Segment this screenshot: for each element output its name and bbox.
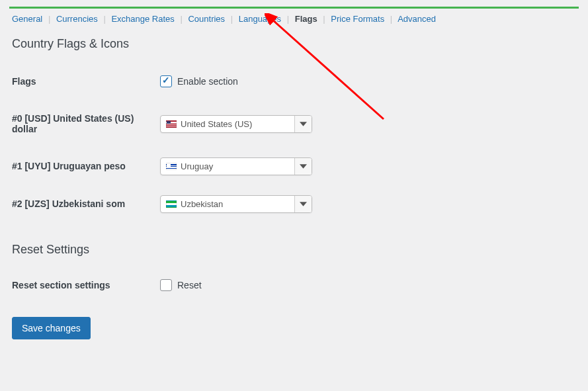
select-arrow[interactable]: [294, 116, 312, 132]
currency-2-select[interactable]: Uzbekistan: [160, 195, 312, 213]
tab-advanced[interactable]: Advanced: [398, 14, 436, 24]
flag-uz-icon: [166, 200, 177, 208]
tab-price-formats[interactable]: Price Formats: [331, 14, 384, 24]
currency-2-label: #2 [UZS] Uzbekistani som: [0, 185, 153, 223]
tab-separator: |: [100, 14, 108, 24]
flags-row-label: Flags: [0, 63, 153, 100]
tab-flags[interactable]: Flags: [295, 14, 317, 24]
tab-countries[interactable]: Countries: [188, 14, 225, 24]
flag-us-icon: [166, 120, 177, 128]
tab-separator: |: [177, 14, 185, 24]
currency-0-select[interactable]: United States (US): [160, 115, 312, 133]
reset-heading: Reset Settings: [12, 243, 588, 257]
tab-exchange-rates[interactable]: Exchange Rates: [111, 14, 174, 24]
enable-section-checkbox[interactable]: [160, 75, 172, 87]
tab-separator: |: [228, 14, 236, 24]
section-heading: Country Flags & Icons: [12, 37, 588, 51]
chevron-down-icon: [300, 163, 307, 170]
reset-table: Reset section settings Reset: [0, 267, 588, 304]
tab-nav: General | Currencies | Exchange Rates | …: [0, 9, 588, 33]
select-value[interactable]: Uruguay: [161, 158, 294, 175]
tab-separator: |: [45, 14, 54, 24]
reset-checkbox[interactable]: [160, 279, 172, 291]
tab-separator: |: [284, 14, 292, 24]
currency-1-select[interactable]: Uruguay: [160, 157, 312, 175]
enable-section-label: Enable section: [177, 76, 238, 87]
select-text: United States (US): [181, 119, 252, 129]
chevron-down-icon: [300, 120, 307, 128]
select-arrow[interactable]: [294, 196, 312, 212]
select-text: Uzbekistan: [181, 199, 223, 209]
select-value[interactable]: United States (US): [161, 116, 294, 132]
tab-separator: |: [319, 14, 328, 24]
reset-row-label: Reset section settings: [0, 267, 153, 304]
select-value[interactable]: Uzbekistan: [161, 196, 294, 212]
select-arrow[interactable]: [294, 158, 312, 175]
save-button[interactable]: Save changes: [12, 317, 91, 339]
enable-section-wrap[interactable]: Enable section: [160, 75, 581, 87]
chevron-down-icon: [300, 200, 307, 208]
tab-languages[interactable]: Languages: [239, 14, 281, 24]
select-text: Uruguay: [181, 161, 213, 171]
tab-separator: |: [387, 14, 396, 24]
reset-wrap[interactable]: Reset: [160, 279, 581, 291]
reset-checkbox-label: Reset: [177, 280, 202, 290]
flag-uy-icon: [166, 163, 177, 170]
currency-0-label: #0 [USD] United States (US) dollar: [0, 100, 153, 148]
tab-currencies[interactable]: Currencies: [56, 14, 98, 24]
currency-1-label: #1 [UYU] Uruguayan peso: [0, 148, 153, 185]
tab-general[interactable]: General: [12, 14, 42, 24]
settings-table: Flags Enable section #0 [USD] United Sta…: [0, 63, 588, 223]
